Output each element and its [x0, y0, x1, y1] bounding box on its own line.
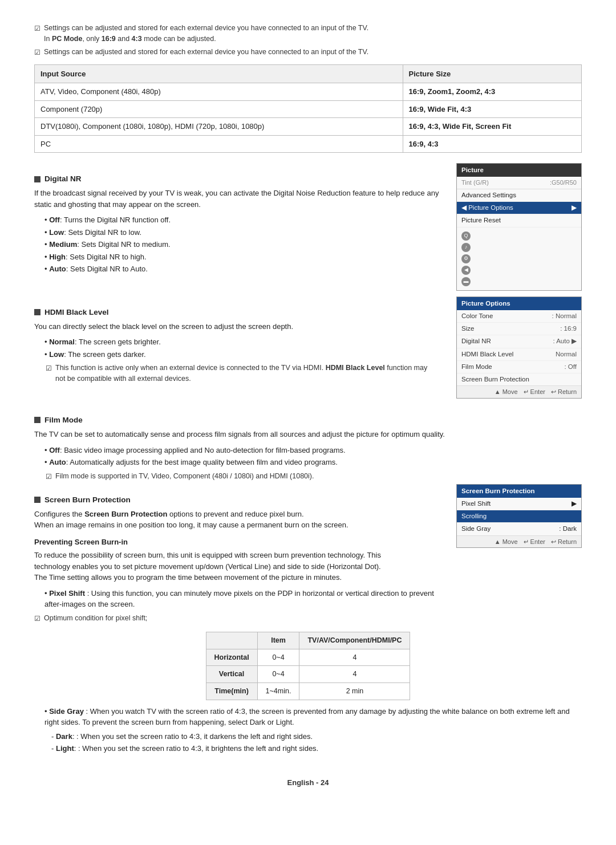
digital-nr-bullets: Off: Turns the Digital NR function off.L…: [44, 214, 439, 275]
panel3-title: Screen Burn Protection: [457, 485, 581, 498]
digital-nr-bullet: Off: Turns the Digital NR function off.: [44, 214, 439, 226]
hdmi-body: You can directly select the black level …: [34, 321, 439, 332]
side-gray-bullets: Side Gray : When you watch TV with the s…: [44, 706, 582, 728]
film-bullet: Off: Basic video image processing applie…: [44, 445, 582, 456]
note-1-text: Settings can be adjusted and stored for …: [44, 23, 368, 44]
film-bullet: Auto: Automatically adjusts for the best…: [44, 457, 582, 468]
panel2-row: Film Mode: Off: [457, 361, 581, 373]
table-row-0: ATV, Video, Component (480i, 480p)16:9, …: [35, 83, 582, 101]
note-icon-1: ☑: [34, 23, 40, 34]
panel2-box: Picture Options Color Tone: NormalSize: …: [456, 296, 582, 399]
panel1-tint-row: Tint (G/R) :G50/R50: [457, 177, 581, 189]
panel2-row: Digital NR: Auto ▶: [457, 335, 581, 348]
panel1-options-selected: ◀ Picture Options ▶: [457, 202, 581, 214]
table-row-size-0: 16:9, Zoom1, Zoom2, 4:3: [403, 83, 582, 101]
inner-table-col-header: Item: [257, 632, 299, 649]
preventing-title: Preventing Screen Burn-in: [34, 537, 439, 548]
hdmi-bullet: Normal: The screen gets brighter.: [44, 336, 439, 348]
table-row-source-1: Component (720p): [35, 100, 403, 118]
panel2-row: Color Tone: Normal: [457, 310, 581, 323]
panel1-box: Picture Tint (G/R) :G50/R50 Advanced Set…: [456, 163, 582, 291]
digital-nr-section: Digital NR If the broadcast signal recei…: [34, 163, 582, 296]
inner-table-col-header: [206, 632, 257, 649]
digital-nr-text: Digital NR If the broadcast signal recei…: [34, 163, 439, 278]
table-row-source-2: DTV(1080i), Component (1080i, 1080p), HD…: [35, 118, 403, 136]
panel1: Picture Tint (G/R) :G50/R50 Advanced Set…: [456, 163, 582, 296]
film-bullets: Off: Basic video image processing applie…: [44, 445, 582, 468]
panel1-title: Picture: [457, 164, 581, 177]
table-row-source-0: ATV, Video, Component (480i, 480p): [35, 83, 403, 101]
digital-nr-body: If the broadcast signal received by your…: [34, 188, 439, 210]
panel3-footer: ▲ Move ↵ Enter ↩ Return: [457, 535, 581, 548]
film-mode-icon: [34, 417, 40, 423]
table-row-size-3: 16:9, 4:3: [403, 135, 582, 153]
panel3-row: Scrolling: [457, 510, 581, 523]
col-input-source: Input Source: [35, 64, 403, 83]
optimum-note: ☑ Optimum condition for pixel shift;: [34, 613, 439, 624]
inner-table-row: Vertical0~44: [206, 666, 410, 683]
inner-table-row: Horizontal0~44: [206, 649, 410, 666]
digital-nr-bullet: High: Sets Digital NR to high.: [44, 251, 439, 263]
panel2-row: HDMI Black LevelNormal: [457, 348, 581, 361]
note-2: ☑ Settings can be adjusted and stored fo…: [34, 47, 582, 58]
panel1-advanced: Advanced Settings: [457, 189, 581, 202]
picture-size-table: Input Source Picture Size ATV, Video, Co…: [34, 64, 582, 153]
note-1: ☑ Settings can be adjusted and stored fo…: [34, 23, 582, 44]
panel2-row: Screen Burn Protection: [457, 373, 581, 385]
digital-nr-bullet: Low: Sets Digital NR to low.: [44, 227, 439, 238]
panel3-row: Pixel Shift ▶: [457, 498, 581, 510]
screen-burn-body1: Configures the Screen Burn Protection op…: [34, 509, 439, 531]
inner-table-row: Time(min)1~4min.2 min: [206, 683, 410, 700]
hdmi-icon: [34, 309, 40, 315]
table-row-3: PC16:9, 4:3: [35, 135, 582, 153]
screen-burn-icon: [34, 497, 40, 503]
inner-table-col-header: TV/AV/Component/HDMI/PC: [299, 632, 410, 649]
footer-text: English - 24: [287, 778, 329, 787]
panel1-icon-note: ♪: [461, 242, 577, 253]
panel2: Picture Options Color Tone: NormalSize: …: [456, 296, 582, 404]
table-row-size-1: 16:9, Wide Fit, 4:3: [403, 100, 582, 118]
notes-section: ☑ Settings can be adjusted and stored fo…: [34, 23, 582, 58]
hdmi-section: HDMI Black Level You can directly select…: [34, 296, 582, 404]
side-gray-sub-bullets: Dark: : When you set the screen ratio to…: [51, 731, 582, 754]
panel2-title: Picture Options: [457, 297, 581, 310]
digital-nr-header: Digital NR: [34, 173, 439, 185]
screen-burn-text: Screen Burn Protection Configures the Sc…: [34, 484, 439, 626]
hdmi-header: HDMI Black Level: [34, 307, 439, 318]
panel1-icon-bar: ▬: [461, 276, 577, 287]
digital-nr-bullet: Auto: Sets Digital NR to Auto.: [44, 263, 439, 275]
panel2-rows: Color Tone: NormalSize: 16:9Digital NR: …: [457, 310, 581, 386]
panel1-icon-q: Q: [461, 230, 577, 242]
digital-nr-bullet: Medium: Sets Digital NR to medium.: [44, 239, 439, 250]
table-row-1: Component (720p)16:9, Wide Fit, 4:3: [35, 100, 582, 118]
film-mode-section: Film Mode The TV can be set to automatic…: [34, 415, 582, 482]
panel1-icon-arrow: ◀: [461, 265, 577, 276]
table-row-size-2: 16:9, 4:3, Wide Fit, Screen Fit: [403, 118, 582, 136]
film-mode-body: The TV can be set to automatically sense…: [34, 429, 582, 440]
film-mode-header: Film Mode: [34, 415, 582, 426]
film-note: ☑ Film mode is supported in TV, Video, C…: [46, 471, 582, 482]
side-gray-sub-bullet: Dark: : When you set the screen ratio to…: [51, 731, 582, 742]
hdmi-bullets: Normal: The screen gets brighter.Low: Th…: [44, 336, 439, 360]
pixel-shift-bullet: Pixel Shift : Using this function, you c…: [44, 588, 439, 610]
hdmi-note: ☑ This function is active only when an e…: [46, 363, 439, 384]
pixel-shift-table: ItemTV/AV/Component/HDMI/PC Horizontal0~…: [206, 632, 411, 700]
panel1-icons: Q ♪ ⚙ ◀ ▬: [457, 228, 581, 290]
screen-burn-body3: To reduce the possibility of screen burn…: [34, 550, 439, 583]
panel2-footer: ▲ Move ↵ Enter ↩ Return: [457, 385, 581, 398]
page-footer: English - 24: [34, 777, 582, 789]
digital-nr-icon: [34, 176, 40, 182]
side-gray-sub-bullet: Light: : When you set the screen ratio t…: [51, 743, 582, 754]
panel3: Screen Burn Protection Pixel Shift ▶Scro…: [456, 484, 582, 554]
note-icon-2: ☑: [34, 47, 40, 58]
panel2-row: Size: 16:9: [457, 323, 581, 335]
hdmi-text: HDMI Black Level You can directly select…: [34, 296, 439, 387]
screen-burn-section: Screen Burn Protection Configures the Sc…: [34, 484, 582, 626]
hdmi-bullet: Low: The screen gets darker.: [44, 349, 439, 360]
panel3-box: Screen Burn Protection Pixel Shift ▶Scro…: [456, 484, 582, 549]
table-row-source-3: PC: [35, 135, 403, 153]
screen-burn-header: Screen Burn Protection: [34, 494, 439, 506]
panel1-icon-gear: ⚙: [461, 253, 577, 265]
panel1-reset: Picture Reset: [457, 214, 581, 227]
col-picture-size: Picture Size: [403, 64, 582, 83]
